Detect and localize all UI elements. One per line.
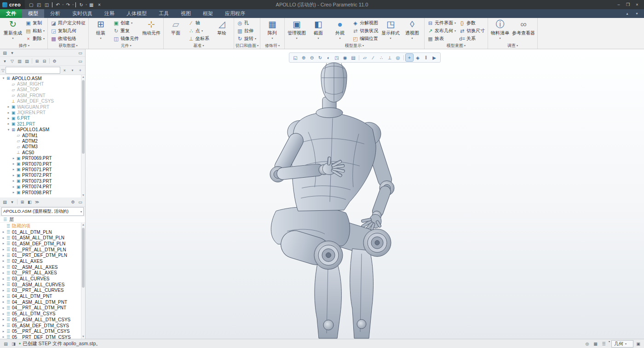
minimize-button[interactable]: – (615, 1, 623, 8)
caret-icon[interactable]: ▸ (1, 312, 6, 316)
open-file-button[interactable]: ◰ (35, 1, 42, 8)
more-commands-button[interactable]: ≫ (34, 198, 40, 205)
tree-item-prt0073-prt[interactable]: ▸▣PRT0073.PRT (0, 178, 81, 184)
group-label-cut-and-surface[interactable]: 切口和曲面▾ (236, 42, 259, 49)
caret-icon[interactable]: ▾ (1, 76, 6, 80)
tree-item-asm-def-csys[interactable]: ⊥ASM_DEF_CSYS (0, 99, 81, 104)
tree-item-asm-top[interactable]: ▱ASM_TOP (0, 87, 81, 93)
tree-item-02-prt-all-axes[interactable]: ▸☰02__PRT_ALL_AXES (0, 270, 81, 276)
tree-item-prt0070-prt[interactable]: ▸▣PRT0070.PRT (0, 161, 81, 167)
select-boxes-button[interactable]: ▦ (592, 340, 599, 347)
caret-icon[interactable]: ▸ (6, 116, 11, 120)
layer-show-button[interactable]: ▾ (9, 198, 16, 205)
tree-item-05-prt-all-dtm-csys[interactable]: ▸☰05__PRT_ALL_DTM_CSYS (0, 328, 81, 334)
csys-button[interactable]: ⊥坐标系 (187, 35, 211, 42)
shrinkwrap-button[interactable]: ▩收缩包络 (49, 35, 87, 42)
clipboard-button[interactable]: ▣ (635, 340, 642, 347)
orientation-mode-button[interactable]: ◈ (414, 54, 421, 61)
reference-viewer-button[interactable]: ∞参考查看器 (511, 18, 536, 42)
saved-orientations-button[interactable]: ◉ (341, 54, 349, 61)
tree-item-adtm2[interactable]: ▱ADTM2 (0, 138, 81, 144)
tree-item-6-prt[interactable]: ▸▣6.PRT (0, 116, 81, 121)
repaint-button[interactable]: ↻ (316, 54, 324, 61)
layer-tree-scrollbar[interactable]: ▲ ▼ (81, 223, 85, 339)
repeat-button[interactable]: ↻重复 (112, 27, 140, 35)
tab-annotate[interactable]: 注释 (98, 9, 121, 18)
tree-item-05-asm-all-dtm-csys[interactable]: ▸☰05__ASM_ALL_DTM_CSYS (0, 317, 81, 323)
tab-manikin[interactable]: 人体模型 (121, 9, 153, 18)
selection-filter[interactable]: 几何 ▾ (611, 340, 633, 348)
tree-item-prt0074-prt[interactable]: ▸▣PRT0074.PRT (0, 184, 81, 189)
scroll-down-icon[interactable]: ▼ (81, 193, 85, 197)
point-button[interactable]: ∴点▾ (187, 27, 211, 35)
detach-layers-button[interactable]: ▭ (77, 198, 84, 205)
new-layer-button[interactable]: ⊞ (19, 198, 26, 205)
tree-item-adtm1[interactable]: ▱ADTM1 (0, 133, 81, 138)
component-interface-button[interactable]: ⊟元件界面▾ (426, 19, 457, 27)
annotation-display-button[interactable]: ◎ (394, 54, 402, 61)
tree-item-01-prt-def-dtm-pln[interactable]: ▸☰01__PRT_DEF_DTM_PLN (0, 252, 81, 258)
tree-item-03-all-curves[interactable]: ▸☰03_ALL_CURVES (0, 276, 81, 282)
caret-icon[interactable]: ▸ (1, 230, 6, 234)
tree-item-jiqiren-prt[interactable]: ▸▣JIQIREN.PRT (0, 110, 81, 115)
caret-icon[interactable]: ▸ (1, 295, 6, 298)
caret-icon[interactable]: ▸ (1, 283, 6, 286)
tree-item-03-asm-all-curves[interactable]: ▸☰03__ASM_ALL_CURVES (0, 282, 81, 288)
filter-dropdown-button[interactable]: ▾ (69, 67, 76, 74)
clear-filter-button[interactable]: × (61, 67, 68, 74)
group-label-modifiers[interactable]: 修饰符▾ (262, 42, 283, 49)
tree-item-01-prt-all-dtm-pln[interactable]: ▸☰01__PRT_ALL_DTM_PLN (0, 247, 81, 253)
caret-icon[interactable]: ▸ (1, 335, 6, 339)
maximize-button[interactable]: ❒ (624, 1, 632, 8)
group-label-datum[interactable]: 基准▾ (165, 42, 232, 49)
point-display-button[interactable]: ∴ (378, 54, 385, 61)
scroll-up-icon[interactable]: ▲ (81, 223, 85, 227)
parameters-button[interactable]: {}参数 (458, 19, 486, 27)
tree-item-03-prt-all-curves[interactable]: ▸☰03__PRT_ALL_CURVES (0, 288, 81, 294)
tree-item-02-all-axes[interactable]: ▸☰02_ALL_AXES (0, 258, 81, 264)
revolve-button[interactable]: ↻旋转▾ (236, 35, 258, 42)
caret-icon[interactable]: ▸ (12, 191, 16, 194)
tree-filter-input[interactable] (6, 67, 60, 74)
caret-icon[interactable]: ▸ (12, 174, 16, 177)
tree-item-05-all-dtm-csys[interactable]: ▸☰05_ALL_DTM_CSYS (0, 311, 81, 317)
close-button[interactable]: × (633, 1, 641, 8)
hole-button[interactable]: ◎孔 (236, 19, 258, 27)
spin-center-button[interactable]: + (406, 54, 413, 61)
model-tree-scrollbar[interactable]: ▲ ▼ (81, 75, 85, 197)
pattern-button[interactable]: ▦阵列▾ (262, 18, 283, 42)
tree-settings-button[interactable]: ⚙ (51, 58, 58, 64)
tree-item-asm-right[interactable]: ▱ASM_RIGHT (0, 81, 81, 87)
tree-item-04-all-dtm-pnt[interactable]: ▸☰04_ALL_DTM_PNT (0, 293, 81, 299)
bill-of-materials-button[interactable]: ⓘ物料清单▾ (489, 18, 511, 42)
toggle-navigator-button[interactable]: ▤ (2, 340, 9, 347)
tree-item-04-asm-all-dtm-pnt[interactable]: ▸☰04__ASM_ALL_DTM_PNT (0, 299, 81, 305)
tree-item-321-prt[interactable]: ▸▣321.PRT (0, 121, 81, 127)
assemble-button[interactable]: ⊞组装▾ (90, 18, 111, 42)
copy-geometry-button[interactable]: ◲复制几何 (49, 27, 87, 35)
exploded-view-button[interactable]: ◈分解视图 (351, 19, 380, 27)
paste-button[interactable]: ▤粘贴▾ (24, 27, 46, 35)
tree-item-02-asm-all-axes[interactable]: ▸☰02__ASM_ALL_AXES (0, 264, 81, 270)
refit-button[interactable]: ◱ (292, 54, 299, 61)
caret-icon[interactable]: ▸ (1, 259, 6, 263)
graphics-area[interactable]: ◱⊕⊖↻◐◳◉▤▱∕∴⊥◎+◈‖▶ (86, 49, 644, 339)
tree-item-[interactable]: ☰隐藏的项 (0, 223, 81, 229)
group-label-operations[interactable]: 操作▾ (2, 42, 46, 49)
tab-view[interactable]: 视图 (175, 9, 197, 18)
csys-display-button[interactable]: ⊥ (386, 54, 393, 61)
edit-position-button[interactable]: ◰编辑位置 (351, 35, 380, 42)
tree-item-prt0069-prt[interactable]: ▸▣PRT0069.PRT (0, 155, 81, 161)
perspective-button[interactable]: ◊透视图▾ (402, 18, 423, 42)
new-file-button[interactable]: ▢ (28, 1, 34, 8)
caret-icon[interactable]: ▸ (12, 168, 16, 171)
close-window-button[interactable]: × (96, 1, 103, 8)
tree-item-apollo-asm[interactable]: ▾⊞APOLLO.ASM (0, 75, 81, 81)
tree-item-prt0071-prt[interactable]: ▸▣PRT0071.PRT (0, 167, 81, 172)
tab-file[interactable]: 文件 (0, 9, 22, 18)
user-defined-feature-button[interactable]: ◪用户定义特征 (49, 19, 87, 27)
tree-item-04-prt-all-dtm-pnt[interactable]: ▸☰04__PRT_ALL_DTM_PNT (0, 305, 81, 311)
undo-button[interactable]: ↶ (54, 1, 61, 8)
caret-icon[interactable]: ▸ (1, 248, 6, 251)
zoom-out-button[interactable]: ⊖ (308, 54, 316, 61)
